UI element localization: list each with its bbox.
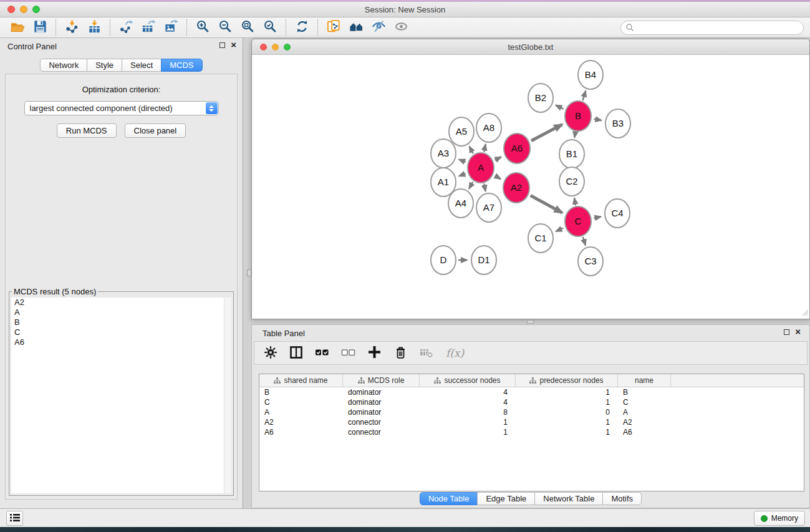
hide-selected-button[interactable] [367, 19, 390, 37]
graph-node-A7[interactable]: A7 [476, 193, 501, 222]
import-network-button[interactable] [60, 19, 83, 37]
mcds-result-item-b[interactable]: B [11, 317, 231, 327]
close-table-panel-icon[interactable]: × [795, 329, 801, 335]
select-all-columns-button[interactable] [315, 344, 329, 362]
show-hidden-button[interactable] [390, 19, 412, 37]
table-row-a[interactable]: Adominator80A [259, 407, 804, 417]
graph-edge-A6-B[interactable] [531, 125, 562, 141]
zoom-selected-button[interactable] [259, 19, 281, 37]
table-tab-edge-table[interactable]: Edge Table [477, 492, 535, 505]
result-list-scrollbar[interactable] [224, 297, 231, 493]
graph-edge-C-C2[interactable] [574, 198, 576, 206]
function-builder-button[interactable]: f(x) [446, 344, 464, 362]
horizontal-split-handle[interactable] [527, 320, 534, 324]
graph-node-A3[interactable]: A3 [431, 139, 456, 168]
graph-node-A[interactable]: A [468, 153, 494, 183]
network-canvas[interactable]: B4B2BB3A8A5A6A3B1AC2A1A2A4A7C4CC1C3DD1 [252, 55, 809, 319]
graph-edge-B-B2[interactable] [556, 105, 563, 109]
memory-button[interactable]: Memory [754, 511, 805, 526]
column-header-mcds-role[interactable]: MCDS role [343, 374, 420, 387]
graph-edge-A-A8[interactable] [484, 145, 485, 152]
refresh-layout-button[interactable] [291, 19, 313, 37]
graph-edge-A-A2[interactable] [495, 176, 501, 179]
graph-node-A6[interactable]: A6 [504, 133, 530, 163]
graph-node-A1[interactable]: A1 [431, 168, 456, 196]
mcds-result-item-a6[interactable]: A6 [11, 337, 231, 347]
mcds-result-item-c[interactable]: C [11, 327, 231, 337]
deselect-all-columns-button[interactable] [341, 344, 355, 362]
mcds-result-item-a2[interactable]: A2 [11, 297, 231, 307]
import-table-button[interactable] [83, 19, 105, 37]
graph-node-C[interactable]: C [565, 206, 591, 236]
main-titlebar[interactable]: Session: New Session [0, 2, 810, 17]
graph-node-C2[interactable]: C2 [559, 167, 584, 196]
network-window-titlebar[interactable]: testGlobe.txt [252, 39, 809, 55]
zoom-in-button[interactable] [191, 19, 214, 37]
table-tab-network-table[interactable]: Network Table [534, 492, 603, 505]
graph-node-B1[interactable]: B1 [559, 140, 584, 168]
graph-edge-B-B4[interactable] [583, 91, 586, 100]
float-table-panel-icon[interactable] [784, 329, 789, 335]
close-panel-icon[interactable]: × [231, 42, 236, 48]
graph-node-A4[interactable]: A4 [448, 189, 473, 218]
control-tab-mcds[interactable]: MCDS [161, 59, 202, 72]
graph-node-B4[interactable]: B4 [578, 60, 603, 89]
graph-node-A2[interactable]: A2 [503, 173, 529, 203]
add-column-button[interactable] [367, 344, 382, 362]
column-header-predecessor-nodes[interactable]: predecessor nodes [516, 374, 618, 387]
graph-edge-A-A6[interactable] [495, 157, 501, 160]
graph-edge-B-B1[interactable] [574, 132, 575, 138]
graph-edge-A-A3[interactable] [459, 160, 466, 162]
node-table[interactable]: shared nameMCDS rolesuccessor nodesprede… [259, 374, 804, 491]
graph-node-A8[interactable]: A8 [476, 114, 501, 142]
control-tab-style[interactable]: Style [87, 59, 122, 72]
graph-node-B[interactable]: B [565, 101, 591, 131]
graph-edge-C-C4[interactable] [594, 217, 601, 218]
graph-edge-A-A4[interactable] [469, 182, 473, 189]
graph-node-C1[interactable]: C1 [528, 224, 553, 253]
table-tab-motifs[interactable]: Motifs [602, 492, 642, 505]
delete-table-button[interactable] [420, 344, 434, 362]
zoom-out-button[interactable] [214, 19, 236, 37]
table-row-a6[interactable]: A6connector11A6 [259, 427, 804, 437]
vertical-split-handle[interactable] [247, 269, 251, 276]
graph-edge-A-A1[interactable] [459, 173, 466, 176]
graph-edge-A2-C[interactable] [531, 196, 562, 213]
open-session-button[interactable] [6, 19, 29, 37]
close-panel-button[interactable]: Close panel [125, 123, 186, 138]
graph-node-D[interactable]: D [431, 246, 456, 274]
table-tab-node-table[interactable]: Node Table [420, 492, 478, 505]
neighbors-button[interactable] [345, 19, 367, 37]
table-row-c[interactable]: Cdominator41C [259, 397, 804, 407]
control-tab-network[interactable]: Network [40, 59, 87, 72]
table-row-a2[interactable]: A2connector11A2 [259, 417, 804, 427]
task-history-button[interactable] [6, 511, 23, 526]
graph-node-D1[interactable]: D1 [471, 246, 496, 274]
export-network-button[interactable] [115, 19, 137, 37]
float-panel-icon[interactable] [219, 42, 225, 48]
export-table-button[interactable] [137, 19, 160, 37]
graph-edge-A-A7[interactable] [484, 184, 485, 191]
table-settings-button[interactable] [264, 344, 277, 362]
graph-edge-A-A5[interactable] [470, 147, 473, 153]
zoom-fit-button[interactable] [236, 19, 259, 37]
column-header-name[interactable]: name [618, 374, 671, 387]
table-row-b[interactable]: Bdominator41B [259, 387, 804, 397]
run-mcds-button[interactable]: Run MCDS [57, 123, 117, 138]
graph-edge-C-C3[interactable] [583, 237, 586, 245]
control-tab-select[interactable]: Select [122, 59, 162, 72]
graph-node-C4[interactable]: C4 [605, 199, 630, 228]
graph-node-B3[interactable]: B3 [605, 109, 630, 138]
export-image-button[interactable] [160, 19, 182, 37]
graph-edge-C-C1[interactable] [556, 228, 564, 231]
show-column-panel-button[interactable] [289, 344, 303, 362]
duplicate-network-button[interactable] [322, 19, 345, 37]
save-session-button[interactable] [29, 19, 51, 37]
column-header-successor-nodes[interactable]: successor nodes [420, 374, 516, 387]
mcds-result-list[interactable]: A2ABCA6 [11, 297, 231, 493]
delete-column-button[interactable] [393, 344, 408, 362]
mcds-result-item-a[interactable]: A [11, 307, 231, 317]
criterion-select[interactable]: largest connected component (directed) [24, 101, 219, 115]
column-header-shared-name[interactable]: shared name [259, 374, 343, 387]
search-input[interactable] [620, 21, 804, 35]
